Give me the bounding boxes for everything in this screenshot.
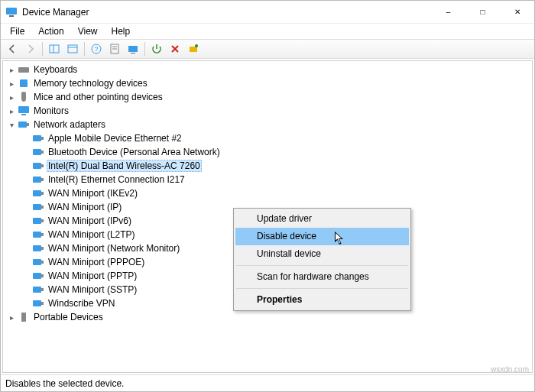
- expand-icon[interactable]: ▸: [6, 64, 17, 75]
- close-button[interactable]: ✕: [500, 1, 534, 23]
- forward-button[interactable]: [22, 40, 39, 57]
- network-adapter-icon: [32, 201, 44, 213]
- svg-rect-13: [190, 47, 197, 52]
- svg-rect-16: [20, 79, 28, 87]
- svg-rect-19: [18, 121, 27, 128]
- collapse-icon[interactable]: ▾: [6, 119, 17, 130]
- titlebar: Device Manager – □ ✕: [1, 1, 534, 24]
- tree-label: WAN Miniport (PPTP): [47, 271, 138, 281]
- properties-button[interactable]: [106, 40, 123, 57]
- enable-button[interactable]: [148, 40, 165, 57]
- svg-rect-20: [27, 123, 29, 126]
- svg-rect-2: [50, 45, 59, 53]
- tree-label: Intel(R) Ethernet Connection I217: [47, 174, 186, 185]
- device-manager-window: Device Manager – □ ✕ File Action View He…: [0, 0, 535, 392]
- update-driver-button[interactable]: [125, 40, 141, 57]
- tree-item-adapter[interactable]: Intel(R) Ethernet Connection I217: [18, 173, 532, 186]
- ctx-update-driver[interactable]: Update driver: [235, 210, 409, 228]
- svg-rect-18: [21, 114, 26, 115]
- svg-rect-42: [41, 274, 44, 277]
- expand-icon[interactable]: ▸: [6, 92, 17, 102]
- view-button[interactable]: [64, 40, 81, 57]
- show-hide-console-button[interactable]: [46, 40, 63, 57]
- network-adapter-icon: [32, 146, 44, 158]
- tree-label: WAN Miniport (PPPOE): [47, 257, 146, 267]
- svg-rect-25: [33, 163, 41, 169]
- mouse-icon: [18, 91, 30, 103]
- svg-rect-39: [33, 259, 41, 265]
- window-controls: – □ ✕: [431, 1, 534, 23]
- tree-label: Portable Devices: [32, 312, 105, 322]
- tree-item-adapter[interactable]: Apple Mobile Device Ethernet #2: [18, 131, 532, 145]
- uninstall-button[interactable]: [167, 40, 183, 57]
- tree-label: Apple Mobile Device Ethernet #2: [47, 133, 183, 144]
- svg-rect-33: [33, 218, 41, 224]
- tree-label: Bluetooth Device (Personal Area Network): [47, 147, 222, 157]
- menu-help[interactable]: Help: [105, 24, 137, 38]
- menu-action[interactable]: Action: [32, 24, 70, 38]
- network-adapter-icon: [32, 256, 44, 268]
- svg-text:?: ?: [94, 45, 98, 53]
- expand-icon[interactable]: ▸: [6, 78, 17, 89]
- toolbar-separator: [42, 42, 43, 56]
- ctx-scan-hardware[interactable]: Scan for hardware changes: [235, 268, 409, 286]
- network-adapter-icon: [32, 297, 44, 309]
- menu-file[interactable]: File: [4, 24, 31, 38]
- svg-rect-32: [41, 206, 44, 209]
- help-button[interactable]: ?: [88, 40, 105, 57]
- svg-rect-28: [41, 178, 44, 181]
- tree-label: Memory technology devices: [32, 78, 149, 89]
- expand-icon[interactable]: ▸: [6, 105, 17, 116]
- svg-rect-11: [128, 46, 138, 52]
- toolbar-separator: [144, 42, 145, 56]
- minimize-button[interactable]: –: [431, 1, 465, 23]
- tree-label: WAN Miniport (L2TP): [47, 229, 137, 240]
- tree-item-memory-tech[interactable]: ▸ Memory technology devices: [3, 76, 532, 90]
- tree-label: WAN Miniport (Network Monitor): [47, 243, 181, 254]
- ctx-disable-device[interactable]: Disable device: [235, 228, 409, 245]
- tree-label: Mice and other pointing devices: [32, 92, 164, 102]
- ctx-properties[interactable]: Properties: [235, 291, 409, 309]
- tree-item-keyboards[interactable]: ▸ Keyboards: [3, 63, 532, 76]
- tree-label: Monitors: [32, 105, 70, 116]
- expand-icon[interactable]: ▸: [6, 312, 17, 322]
- back-button[interactable]: [4, 40, 21, 57]
- svg-rect-34: [41, 219, 44, 222]
- keyboard-icon: [18, 63, 30, 76]
- maximize-button[interactable]: □: [465, 1, 500, 23]
- tree-item-portable-devices[interactable]: ▸ Portable Devices: [3, 310, 532, 324]
- network-adapter-icon: [32, 215, 44, 227]
- svg-rect-45: [33, 300, 41, 306]
- svg-rect-43: [33, 287, 41, 293]
- tree-item-mice[interactable]: ▸ Mice and other pointing devices: [3, 90, 532, 104]
- svg-rect-29: [33, 190, 41, 196]
- svg-rect-46: [41, 302, 44, 305]
- ctx-uninstall-device[interactable]: Uninstall device: [235, 245, 409, 263]
- svg-rect-22: [41, 137, 44, 140]
- toolbar: ?: [1, 39, 534, 59]
- svg-rect-4: [68, 45, 77, 53]
- tree-label: WAN Miniport (SSTP): [47, 284, 138, 295]
- tree-item-adapter[interactable]: Bluetooth Device (Personal Area Network): [18, 145, 532, 159]
- tree-item-adapter[interactable]: WAN Miniport (IKEv2): [18, 186, 532, 200]
- scan-hardware-button[interactable]: [185, 40, 202, 57]
- svg-rect-41: [33, 273, 41, 279]
- menu-view[interactable]: View: [72, 24, 104, 38]
- tree-item-network-adapters[interactable]: ▾ Network adapters: [3, 118, 532, 131]
- network-adapter-icon: [32, 228, 44, 241]
- tree-item-adapter-selected[interactable]: Intel(R) Dual Band Wireless-AC 7260: [18, 159, 532, 173]
- network-adapter-icon: [32, 160, 44, 172]
- network-adapter-icon: [18, 118, 30, 131]
- tree-item-monitors[interactable]: ▸ Monitors: [3, 104, 532, 118]
- svg-rect-31: [33, 204, 41, 210]
- svg-rect-36: [41, 233, 44, 236]
- tree-label: WAN Miniport (IKEv2): [47, 188, 139, 199]
- network-adapter-icon: [32, 173, 44, 186]
- watermark: wsxdn.com: [491, 365, 529, 374]
- window-title: Device Manager: [22, 7, 431, 18]
- ctx-separator: [236, 265, 408, 266]
- svg-rect-27: [33, 177, 41, 183]
- tree-label: WAN Miniport (IPv6): [47, 215, 133, 226]
- svg-rect-24: [41, 151, 44, 154]
- tree-label: Windscribe VPN: [47, 298, 116, 309]
